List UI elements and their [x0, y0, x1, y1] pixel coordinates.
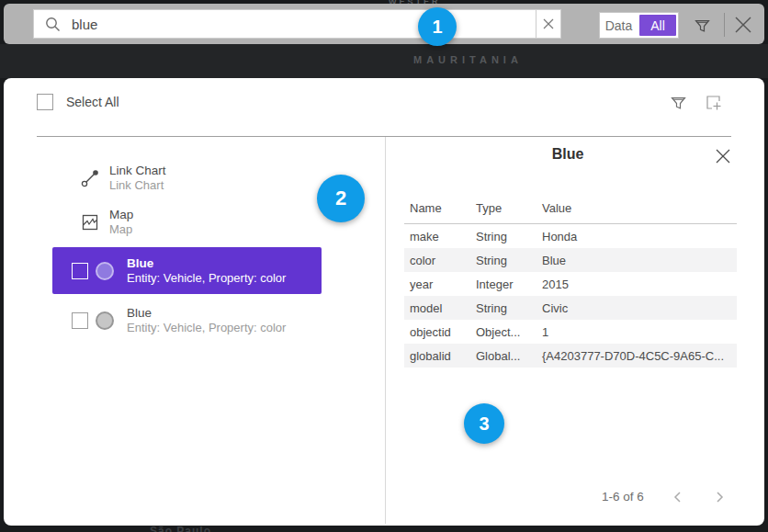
annotation-badge-3: 3	[464, 403, 504, 444]
annotation-badge-1: 1	[418, 7, 457, 46]
scope-toggle: Data All	[599, 12, 679, 39]
chevron-right-icon[interactable]	[713, 490, 726, 504]
panel-divider	[37, 136, 731, 137]
search-icon	[45, 17, 61, 32]
select-all-row: Select All	[37, 94, 119, 110]
cell-type: Object...	[470, 320, 536, 344]
search-clear-button[interactable]	[536, 10, 560, 38]
detail-title: Blue	[389, 146, 747, 163]
attribute-table: Name Type Value make String Honda color …	[404, 196, 737, 368]
result-title: Blue	[127, 256, 286, 271]
result-item-blue[interactable]: Blue Entity: Vehicle, Property: color	[52, 300, 322, 341]
cell-name: make	[404, 224, 470, 249]
result-subtitle: Entity: Vehicle, Property: color	[127, 271, 286, 286]
table-row: year Integer 2015	[404, 272, 737, 296]
result-title: Map	[109, 208, 133, 222]
column-header: Value	[536, 196, 737, 224]
cell-value: 2015	[536, 272, 737, 296]
toggle-all-button[interactable]: All	[639, 15, 676, 36]
close-search-icon[interactable]	[731, 13, 755, 37]
result-item-link-chart[interactable]: Link Chart Link Chart	[80, 164, 166, 193]
entity-dot-icon	[96, 262, 114, 280]
map-icon	[80, 212, 100, 232]
result-item-blue-selected[interactable]: Blue Entity: Vehicle, Property: color	[52, 247, 322, 294]
cell-name: objectid	[404, 320, 470, 344]
entity-dot-icon	[96, 311, 114, 330]
result-title: Link Chart	[109, 164, 166, 178]
cell-type: String	[470, 224, 536, 249]
table-row: make String Honda	[404, 224, 737, 249]
column-header: Type	[470, 196, 536, 224]
result-item-map[interactable]: Map Map	[80, 208, 133, 237]
select-all-label: Select All	[66, 95, 119, 109]
table-row: color String Blue	[404, 248, 737, 272]
cell-value: {A4203777-D70D-4C5C-9A65-C...	[536, 344, 737, 368]
map-label-mauritania: MAURITANIA	[413, 54, 523, 65]
search-results-panel: Select All Link Chart Link Chart Map	[4, 78, 764, 526]
column-header: Name	[404, 196, 470, 224]
cell-value: Honda	[536, 224, 737, 249]
search-input[interactable]	[70, 16, 536, 33]
detail-close-icon[interactable]	[715, 148, 731, 164]
result-checkbox[interactable]	[72, 263, 88, 279]
cell-name: model	[404, 296, 470, 320]
results-filter-icon[interactable]	[669, 93, 688, 112]
cell-type: Global...	[470, 344, 536, 368]
cell-type: Integer	[470, 272, 536, 296]
column-divider	[385, 137, 386, 524]
annotation-badge-2: 2	[317, 175, 365, 222]
cell-name: globalid	[404, 344, 470, 368]
add-item-icon[interactable]	[704, 93, 723, 112]
filter-icon[interactable]	[693, 16, 712, 35]
table-row: globalid Global... {A4203777-D70D-4C5C-9…	[404, 344, 737, 368]
toolbar-divider	[724, 13, 725, 37]
cell-value: 1	[536, 320, 737, 344]
pagination-label: 1-6 of 6	[602, 490, 644, 504]
map-label-sao-paulo: São Paulo	[150, 525, 211, 532]
link-chart-icon	[80, 168, 100, 188]
cell-type: String	[470, 296, 536, 320]
select-all-checkbox[interactable]	[37, 94, 53, 110]
cell-value: Blue	[536, 248, 737, 272]
result-subtitle: Entity: Vehicle, Property: color	[127, 321, 286, 335]
map-background: MAURITANIA	[0, 44, 768, 78]
result-title: Blue	[127, 306, 286, 321]
result-subtitle: Link Chart	[109, 178, 166, 193]
toggle-data-button[interactable]: Data	[600, 13, 638, 38]
screen: WESTER MAURITANIA São Paulo Data All	[0, 0, 768, 532]
chevron-left-icon[interactable]	[672, 490, 684, 504]
cell-name: color	[404, 248, 470, 272]
cell-name: year	[404, 272, 470, 296]
pagination: 1-6 of 6	[389, 487, 747, 509]
table-row: objectid Object... 1	[404, 320, 737, 344]
table-header-row: Name Type Value	[404, 196, 737, 224]
table-row: model String Civic	[404, 296, 737, 320]
result-checkbox[interactable]	[72, 312, 88, 329]
search-box[interactable]	[33, 9, 561, 39]
cell-value: Civic	[536, 296, 737, 320]
search-toolbar: Data All	[4, 4, 764, 44]
cell-type: String	[470, 248, 536, 272]
result-subtitle: Map	[109, 222, 133, 237]
